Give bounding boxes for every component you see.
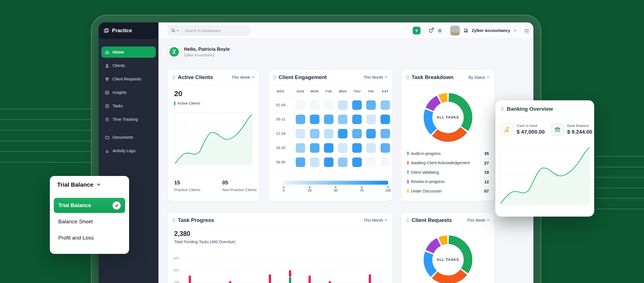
donut-center-label: ALL TASKS — [420, 89, 476, 145]
banking-chart — [500, 145, 590, 205]
heatmap-cell — [338, 143, 347, 153]
heatmap-row-label: 01-04 — [268, 98, 293, 112]
search-box[interactable] — [168, 25, 250, 36]
heatmap-scale-stop: 0 — [278, 186, 289, 192]
user-avatar[interactable] — [450, 25, 460, 36]
heatmap-cell — [338, 157, 347, 167]
heatmap-cell — [296, 129, 305, 138]
heatmap-cell-empty — [296, 100, 305, 110]
client-engagement-card: Client Engagement This Month NOVSUNMONTU… — [268, 69, 393, 201]
heatmap-cell — [310, 129, 319, 138]
period-dropdown[interactable]: This Week — [467, 218, 489, 222]
org-chevron-icon[interactable] — [514, 30, 517, 32]
dropdown-item-profit-and-loss[interactable]: Profit and Loss — [54, 230, 125, 245]
quick-create-button[interactable]: + — [413, 27, 421, 34]
heatmap-scale-gradient — [283, 181, 388, 185]
bar-pending — [329, 281, 331, 283]
dropdown-item-balance-sheet[interactable]: Balance Sheet — [54, 214, 125, 229]
activity-icon — [105, 149, 109, 153]
heatmap-cell-empty — [324, 100, 333, 110]
heatmap-row-label: 12-18 — [268, 126, 293, 141]
dropdown-item-trial-balance[interactable]: Trial Balance — [54, 198, 125, 213]
heatmap-day-header: MON — [307, 85, 321, 98]
legend-row: Audit-in-progress35 — [407, 149, 489, 158]
home-icon — [105, 50, 109, 55]
heatmap-scale-stop: 25 — [304, 186, 315, 192]
search-input[interactable] — [185, 29, 235, 33]
org-icon — [464, 28, 468, 33]
sidebar-item-tasks[interactable]: Tasks — [101, 100, 156, 112]
status-dropdown[interactable]: By Status — [468, 75, 489, 80]
card-title: Banking Overview — [507, 106, 553, 112]
heatmap-cell — [352, 129, 362, 138]
heatmap-day-header: TUE — [322, 85, 336, 98]
banking-stats: Cash in hand $ 47,000.00 Bank Balance $ … — [501, 123, 590, 136]
sidebar-item-activity-logs[interactable]: Activity Logs — [101, 145, 156, 156]
settings-gear-icon[interactable] — [437, 28, 442, 33]
practice-logo-icon — [104, 28, 109, 33]
task-progress-card: Task Progress This Month 2,380 Total Pen… — [167, 212, 393, 283]
heatmap-cell — [338, 115, 347, 124]
org-logo-letter: Z — [169, 47, 179, 57]
sidebar-item-time-tracking[interactable]: Time Tracking — [101, 114, 156, 125]
heatmap-cell — [324, 143, 333, 153]
dropdown-header[interactable]: Trial Balance — [50, 176, 129, 193]
heatmap-cell — [352, 157, 362, 167]
heatmap-cell — [381, 143, 390, 153]
app-grid-icon[interactable] — [524, 28, 529, 33]
period-dropdown[interactable]: This Month — [364, 75, 387, 80]
heatmap-day-header: SUN — [293, 85, 307, 98]
search-icon — [171, 28, 176, 33]
period-dropdown[interactable]: This Week — [232, 75, 254, 80]
sync-status-dot — [432, 27, 434, 29]
topbar-actions: + — [413, 22, 529, 39]
active-clients-chart — [174, 112, 252, 165]
y-axis-label: 200 — [170, 280, 179, 283]
drag-handle-icon[interactable] — [406, 75, 409, 79]
legend-row: Review-in-progress12 — [407, 177, 489, 187]
y-axis-label: 400 — [170, 256, 179, 260]
heatmap-row-label: 05-11 — [268, 112, 293, 126]
clients-icon — [105, 63, 109, 68]
dropdown-title: Trial Balance — [57, 181, 94, 188]
bank-icon — [551, 123, 564, 136]
card-title: Active Clients — [178, 74, 229, 80]
sidebar-item-client-requests[interactable]: Client Requests — [101, 73, 156, 85]
sidebar-item-insights[interactable]: Insights — [101, 87, 156, 98]
sidebar-item-documents[interactable]: Documents — [101, 132, 156, 143]
sidebar-item-home[interactable]: Home — [101, 47, 156, 58]
drag-handle-icon[interactable] — [406, 218, 409, 222]
cash-in-hand-stat: Cash in hand $ 47,000.00 — [501, 123, 545, 136]
heatmap-cell — [338, 100, 347, 110]
heatmap-cell — [296, 115, 305, 124]
client-requests-icon — [105, 77, 109, 82]
bank-balance-stat: Bank Balance $ 9.244.00 — [551, 123, 592, 136]
heatmap-cell-empty — [366, 157, 376, 167]
heatmap-scale-stop: 75 — [356, 186, 367, 192]
greeting-title: Hello, Patricia Boyle — [184, 47, 230, 52]
heatmap-cell — [338, 129, 347, 138]
main-area: + — [158, 22, 533, 283]
dashboard-window: Practice HomeClientsClient RequestsInsig… — [99, 22, 533, 283]
bar-overdue — [289, 270, 291, 277]
client-engagement-header: Client Engagement This Month — [268, 70, 392, 85]
sync-icon[interactable] — [428, 28, 433, 33]
heatmap-scale-stop: 50 — [330, 186, 341, 192]
banking-overview-header: Banking Overview — [495, 100, 594, 118]
heatmap-cell — [324, 115, 333, 124]
sidebar-item-clients[interactable]: Clients — [101, 60, 156, 71]
drag-handle-icon[interactable] — [501, 107, 503, 111]
card-title: Client Requests — [412, 217, 464, 223]
search-scope-chevron-icon[interactable] — [176, 30, 179, 32]
heatmap-cell — [352, 143, 362, 153]
drag-handle-icon[interactable] — [172, 75, 175, 79]
heatmap-cell — [381, 100, 390, 110]
drag-handle-icon[interactable] — [273, 75, 276, 79]
heatmap-cell-empty — [310, 100, 319, 110]
heatmap-cell — [352, 115, 362, 124]
documents-icon — [105, 135, 109, 140]
active-clients-stats: 15 Practice Clients 05 Non-Practice Clie… — [174, 180, 257, 192]
greeting: Z Hello, Patricia Boyle Zylker Accountan… — [168, 46, 230, 58]
org-switcher[interactable]: Zylker Accountancy — [472, 28, 510, 33]
client-requests-donut: ALL TASKS — [420, 232, 476, 283]
